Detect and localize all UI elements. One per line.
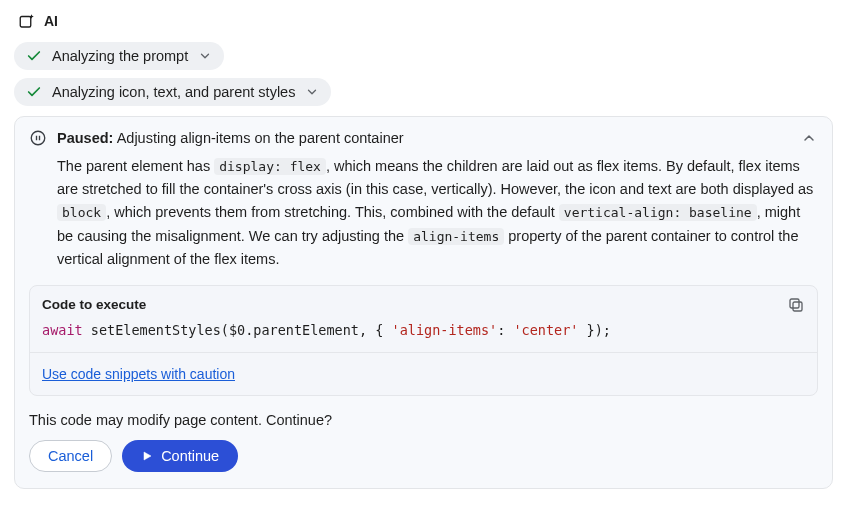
cancel-label: Cancel bbox=[48, 448, 93, 464]
paused-card-header: Paused: Adjusting align-items on the par… bbox=[29, 127, 818, 155]
inline-code: block bbox=[57, 204, 106, 221]
code-card-header: Code to execute bbox=[30, 286, 817, 320]
code-token: : bbox=[497, 322, 513, 338]
ai-spark-icon bbox=[18, 12, 36, 30]
code-token-string: 'center' bbox=[513, 322, 578, 338]
panel-header: AI bbox=[14, 12, 833, 30]
play-icon bbox=[141, 450, 153, 462]
step-chip-analyze-styles[interactable]: Analyzing icon, text, and parent styles bbox=[14, 78, 331, 106]
code-token: setElementStyles($0.parentElement, { bbox=[83, 322, 392, 338]
confirm-actions: Cancel Continue bbox=[29, 440, 818, 472]
continue-label: Continue bbox=[161, 448, 219, 464]
confirm-text: This code may modify page content. Conti… bbox=[29, 412, 818, 428]
collapse-button[interactable] bbox=[800, 129, 818, 147]
code-token: }); bbox=[578, 322, 611, 338]
check-icon bbox=[26, 84, 42, 100]
paused-badge: Paused: bbox=[57, 130, 113, 146]
code-token-string: 'align-items' bbox=[392, 322, 498, 338]
pause-icon bbox=[29, 129, 47, 147]
paused-title: Adjusting align-items on the parent cont… bbox=[117, 130, 404, 146]
panel-title: AI bbox=[44, 13, 58, 29]
step-chips: Analyzing the prompt Analyzing icon, tex… bbox=[14, 42, 833, 106]
step-label: Analyzing the prompt bbox=[52, 48, 188, 64]
svg-point-1 bbox=[31, 131, 45, 145]
chevron-down-icon bbox=[198, 49, 212, 63]
paused-title-line: Paused: Adjusting align-items on the par… bbox=[57, 130, 790, 146]
continue-button[interactable]: Continue bbox=[122, 440, 238, 472]
copy-button[interactable] bbox=[787, 296, 805, 314]
step-label: Analyzing icon, text, and parent styles bbox=[52, 84, 295, 100]
svg-rect-5 bbox=[790, 299, 799, 308]
caution-row: Use code snippets with caution bbox=[30, 352, 817, 395]
paused-card: Paused: Adjusting align-items on the par… bbox=[14, 116, 833, 489]
code-title: Code to execute bbox=[42, 297, 787, 312]
paused-explanation: The parent element has display: flex, wh… bbox=[29, 155, 818, 271]
ai-panel: AI Analyzing the prompt Analyzing icon, … bbox=[0, 0, 847, 518]
svg-rect-0 bbox=[20, 17, 31, 28]
cancel-button[interactable]: Cancel bbox=[29, 440, 112, 472]
inline-code: vertical-align: baseline bbox=[559, 204, 757, 221]
code-card: Code to execute await setElementStyles($… bbox=[29, 285, 818, 396]
code-token-keyword: await bbox=[42, 322, 83, 338]
code-body: await setElementStyles($0.parentElement,… bbox=[30, 320, 817, 352]
step-chip-analyze-prompt[interactable]: Analyzing the prompt bbox=[14, 42, 224, 70]
svg-rect-4 bbox=[793, 302, 802, 311]
inline-code: display: flex bbox=[214, 158, 326, 175]
svg-marker-6 bbox=[144, 452, 151, 460]
chevron-down-icon bbox=[305, 85, 319, 99]
explain-text: The parent element has bbox=[57, 158, 214, 174]
caution-link[interactable]: Use code snippets with caution bbox=[42, 366, 235, 382]
check-icon bbox=[26, 48, 42, 64]
explain-text: , which prevents them from stretching. T… bbox=[106, 204, 559, 220]
inline-code: align-items bbox=[408, 228, 504, 245]
